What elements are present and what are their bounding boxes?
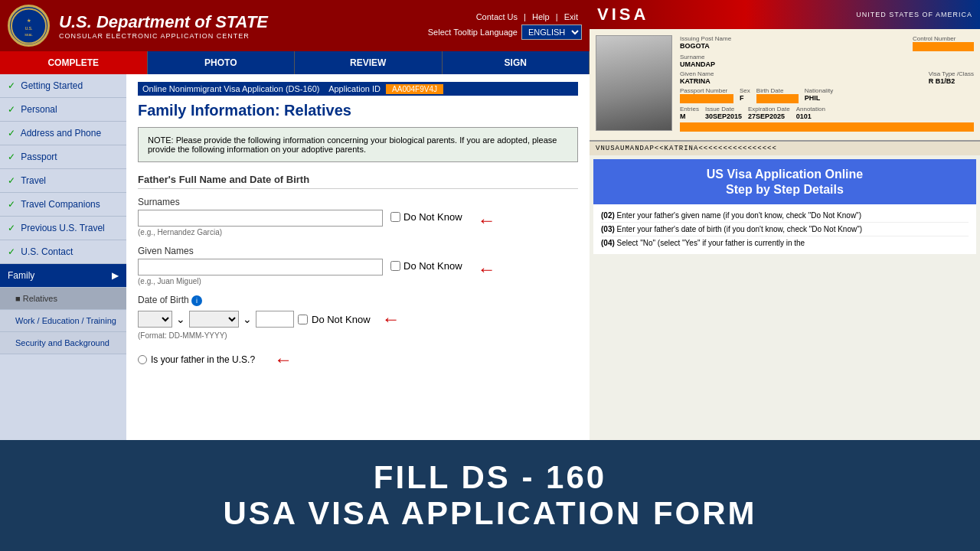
step-03-text: Enter your father's date of birth (if yo… — [617, 225, 863, 233]
dob-info-icon[interactable]: i — [191, 295, 202, 306]
dept-sub: CONSULAR ELECTRONIC APPLICATION CENTER — [59, 32, 268, 40]
check-icon: ✓ — [8, 246, 15, 257]
dob-dontknow-label: Do Not Know — [312, 314, 371, 325]
visa-annotation: Annotation 0101 — [796, 106, 825, 120]
visa-body: Issuing Post Name BOGOTA Control Number … — [590, 29, 980, 140]
gov-header: ★ U.S. SEAL U.S. Department of STATE CON… — [0, 0, 590, 51]
tab-complete[interactable]: COMPLETE — [0, 51, 148, 74]
section-title: Father's Full Name and Date of Birth — [138, 174, 578, 189]
dob-month-select[interactable] — [189, 311, 239, 328]
surnames-input-wrapper: (e.g., Hernandez Garcia) — [138, 210, 383, 236]
visa-card: VISA UNITED STATES OF AMERICA Issuing Po… — [590, 0, 980, 440]
visa-expiration: Expiration Date 27SEP2025 — [748, 106, 790, 120]
visa-nationality-value: PHIL — [805, 94, 833, 102]
sidebar-item-address[interactable]: ✓ Address and Phone — [0, 122, 126, 145]
visa-subtitle: UNITED STATES OF AMERICA — [856, 11, 972, 18]
sidebar-item-security[interactable]: Security and Background — [0, 332, 126, 354]
surnames-row: (e.g., Hernandez Garcia) Do Not Know ← — [138, 210, 578, 236]
check-icon: ✓ — [8, 223, 15, 233]
visa-surname-value: UMANDAP — [680, 60, 974, 68]
visa-issue-label: Issue Date — [705, 106, 742, 112]
lang-dropdown[interactable]: ENGLISH — [521, 24, 582, 40]
visa-passport: Passport Number — [680, 87, 733, 103]
dob-year-input[interactable] — [256, 311, 294, 328]
visa-issue: Issue Date 30SEP2015 — [705, 106, 742, 120]
gov-title: U.S. Department of STATE CONSULAR ELECTR… — [59, 12, 268, 40]
dob-dontknow-checkbox[interactable] — [298, 315, 308, 324]
visa-sex-label: Sex — [740, 87, 750, 94]
surnames-hint: (e.g., Hernandez Garcia) — [138, 228, 383, 236]
sidebar-item-work[interactable]: Work / Education / Training — [0, 310, 126, 332]
sidebar-item-travel[interactable]: ✓ Travel — [0, 169, 126, 193]
visa-row-4: Passport Number Sex F Birth Date — [680, 87, 974, 103]
given-names-dontknow-checkbox[interactable] — [390, 261, 400, 271]
page-title: Family Information: Relatives — [138, 102, 578, 119]
sidebar-item-us-contact[interactable]: ✓ U.S. Contact — [0, 240, 126, 264]
main-container: ★ U.S. SEAL U.S. Department of STATE CON… — [0, 0, 980, 551]
help-link[interactable]: Help — [532, 12, 550, 21]
contact-link[interactable]: Contact Us — [476, 12, 518, 21]
exit-link[interactable]: Exit — [564, 12, 578, 21]
sidebar-item-family[interactable]: Family ▶ — [0, 264, 126, 288]
dob-arrow-icon: ⌄ — [176, 313, 185, 325]
visa-given-value: KATRINA — [680, 77, 714, 85]
visa-entries-label: Entries — [680, 106, 699, 112]
visa-bottom-bar — [680, 122, 974, 132]
step-02: (02) Enter your father's given name (if … — [601, 209, 969, 223]
visa-control: Control Number — [913, 35, 974, 51]
visa-photo — [596, 35, 672, 131]
visa-type: Visa Type /Class R B1/B2 — [929, 70, 974, 85]
visa-given-name: Given Name KATRINA — [680, 70, 714, 85]
visa-expiry-label: Expiration Date — [748, 106, 790, 112]
check-icon: ✓ — [8, 128, 15, 139]
header-right: Contact Us | Help | Exit Select Tooltip … — [428, 12, 582, 40]
visa-annotation-num: 0101 — [796, 112, 825, 120]
visa-row-5: Entries M Issue Date 30SEP2015 Expiratio… — [680, 106, 974, 120]
sidebar-item-passport[interactable]: ✓ Passport — [0, 145, 126, 169]
gov-seal: ★ U.S. SEAL — [8, 5, 50, 47]
given-names-row: (e.g., Juan Miguel) Do Not Know ← — [138, 259, 578, 285]
dob-group: Date of Birth i ⌄ ⌄ — [138, 295, 578, 340]
steps-panel: (02) Enter your father's given name (if … — [593, 204, 976, 254]
given-names-label: Given Names — [138, 246, 578, 256]
sidebar-item-travel-companions[interactable]: ✓ Travel Companions — [0, 193, 126, 217]
step-04-text: Select "No" (select "Yes" if your father… — [617, 239, 805, 247]
surnames-dontknow-label: Do Not Know — [403, 211, 462, 223]
note-box: NOTE: Please provide the following infor… — [138, 127, 578, 162]
surnames-label: Surnames — [138, 197, 578, 207]
content-area: ✓ Getting Started ✓ Personal ✓ Address a… — [0, 74, 590, 440]
step-03: (03) Enter your father's date of birth (… — [601, 223, 969, 236]
note-text: NOTE: Please provide the following infor… — [148, 135, 557, 154]
tab-review[interactable]: REVIEW — [295, 51, 443, 74]
check-icon: ✓ — [8, 199, 15, 210]
sidebar-item-getting-started[interactable]: ✓ Getting Started — [0, 74, 126, 98]
sidebar-item-previous-travel[interactable]: ✓ Previous U.S. Travel — [0, 217, 126, 240]
check-icon: ✓ — [8, 104, 15, 115]
given-names-input[interactable] — [138, 259, 383, 276]
sidebar: ✓ Getting Started ✓ Personal ✓ Address a… — [0, 74, 126, 440]
form-title-bar: Online Nonimmigrant Visa Application (DS… — [138, 82, 578, 96]
visa-nationality: Nationality PHIL — [805, 87, 833, 103]
father-us-arrow: ← — [274, 349, 292, 370]
surnames-input[interactable] — [138, 210, 383, 227]
overlay-subtitle: Step by Step Details — [605, 183, 965, 197]
step-02-text: Enter your father's given name (if you d… — [617, 211, 861, 220]
father-us-radio[interactable] — [138, 355, 147, 364]
surnames-dontknow-checkbox[interactable] — [390, 212, 400, 222]
sidebar-item-personal[interactable]: ✓ Personal — [0, 98, 126, 122]
sidebar-item-relatives[interactable]: ■ Relatives — [0, 288, 126, 310]
visa-photo-img — [596, 36, 671, 130]
visa-given-label: Given Name — [680, 70, 714, 77]
bottom-banner: FILL DS - 160 USA VISA APPLICATION FORM — [0, 440, 980, 551]
form-title-text: Online Nonimmigrant Visa Application (DS… — [142, 84, 320, 93]
app-id-label: Application ID — [328, 84, 381, 93]
visa-control-label: Control Number — [913, 35, 974, 42]
tab-photo[interactable]: PHOTO — [148, 51, 296, 74]
tab-sign[interactable]: SIGN — [443, 51, 590, 74]
dob-arrow: ← — [382, 308, 400, 330]
dob-day-select[interactable] — [138, 311, 172, 328]
given-names-group: Given Names (e.g., Juan Miguel) Do Not K… — [138, 246, 578, 285]
visa-type-value: R B1/B2 — [929, 77, 974, 85]
surnames-dontknow: Do Not Know — [390, 211, 462, 223]
dob-label: Date of Birth i — [138, 295, 202, 306]
